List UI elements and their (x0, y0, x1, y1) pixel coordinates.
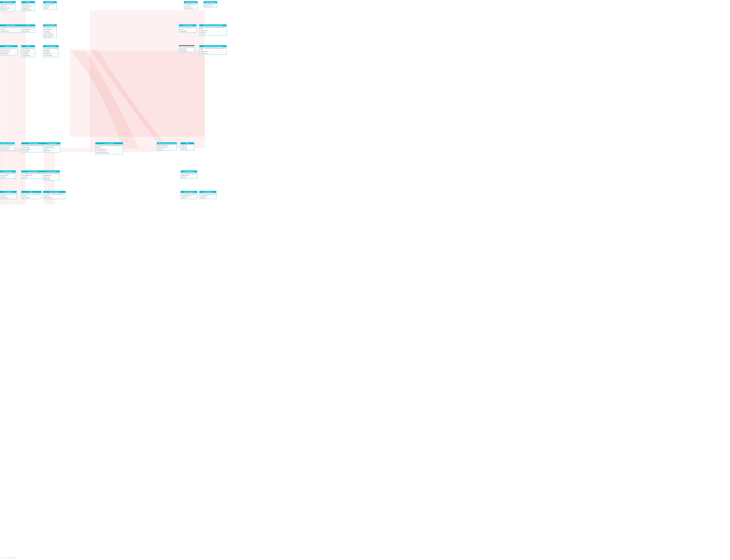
tdot-lane-header: MATA (21, 191, 41, 193)
toc-node: City of Memphis City of Memphis TOC Traf… (43, 24, 57, 38)
field-equip2-title: City of Memphis Field Equipment (182, 193, 197, 195)
freeway-title: City of Memphis Freeway Vehicles (44, 145, 60, 147)
health-emissions-node: Shelby and Shelby County Health Shelby a… (199, 45, 227, 55)
paratransit-header: MATA (21, 45, 35, 47)
paratransit-title: MATA Paratransit Vehicles (22, 48, 34, 49)
system-users-header: System Users (43, 1, 57, 3)
financial-service-body: Financial Service Provider Payment proce… (0, 144, 14, 150)
health-emissions-title: Shelby and Shelby County Health Integrat… (200, 48, 226, 51)
traffic-labels-node: City of Memphis City of Memphis Traffic … (0, 24, 22, 33)
tdot-lane-title: TDOT Tennessee Lane Assignment Sign (22, 193, 41, 195)
speed-limit-node: City of Memphis City of Memphis Speed Li… (199, 191, 216, 199)
health-county-node: Shelby and Shelby County Health Shelby a… (199, 24, 227, 36)
speed-limit-title: City of Memphis Speed Limit Sign (200, 193, 216, 195)
city-invoices-node: City of Memphis City of Memphis Invoices… (184, 1, 198, 9)
mata-trolleys-body: MATA Trolleys Trolley schedule info Pass… (21, 3, 35, 11)
traffic-signals-title: City of Memphis Traffic Signals (44, 48, 58, 49)
field-equipment-header: City of Memphis (181, 171, 197, 172)
1075-services-body: City of Memphis 1075 Services Service re… (0, 172, 16, 178)
ev-charging-node: City of Memphis City of Memphis Electric… (21, 142, 46, 152)
cameras-body: City of Memphis CCTV Cameras Video feeds… (0, 193, 16, 199)
multicounty-title: Multicounty Maintenance (158, 145, 176, 147)
private-travelers-title: Private Travelers Persona Devices (1, 48, 17, 49)
traffic-labels-title: City of Memphis Traffic Management Label… (1, 27, 21, 29)
city-invoices-title: City of Memphis Invoices (185, 4, 197, 5)
speed-monitoring-body: City of Memphis Speed Monitoring Equipme… (43, 193, 65, 199)
city-dba-body: City of Memphis DBA Database records (204, 3, 217, 7)
multicounty-body: Multicounty Maintenance Maintenance reco… (157, 144, 177, 150)
traffic-labels-header: City of Memphis (0, 25, 21, 26)
private-travelers-body: Private Travelers Persona Devices Person… (0, 47, 17, 55)
city-dba-node: City of Memphis City of Memphis DBA Data… (204, 1, 217, 8)
field-equipment-node: City of Memphis City of Memphis Field Eq… (181, 170, 197, 179)
field-equipment-title: City of Memphis Field Equipment (182, 173, 197, 175)
traffic-signals-header: City of Memphis (43, 45, 59, 47)
cameras-header: City of Memphis (0, 191, 16, 193)
1075-services-title: City of Memphis 1075 Services (1, 173, 15, 175)
financial-service-node: Fiscal/Local Institution Financial Servi… (0, 142, 15, 150)
city-dba-title: City of Memphis DBA (205, 4, 216, 5)
paratransit-body: MATA Paratransit Vehicles Paratransit ro… (21, 47, 35, 57)
private-travelers-node: System Users Private Travelers Persona D… (0, 45, 17, 55)
connected-vehicle-node: City of Memphis City of Memphis Connecte… (95, 142, 123, 154)
health-emissions-header: Shelby and Shelby County Health (200, 45, 227, 47)
speed-monitoring-header: City of Memphis (43, 191, 65, 193)
ev-hybrid-title: City of Memphis EV/Hybrid Vehicle (180, 27, 196, 29)
traffic-labels-body: City of Memphis Traffic Management Label… (0, 26, 21, 32)
toc-title: City of Memphis TOC (44, 27, 56, 29)
freeway-node: City of Memphis City of Memphis Freeway … (43, 142, 61, 152)
freeway-header: City of Memphis (43, 142, 60, 144)
city-invoices-body: City of Memphis Invoices Invoice data Pa… (184, 3, 198, 9)
cameras-title: City of Memphis CCTV Cameras (1, 193, 16, 195)
mata-field-sensors-node: City of Memphis City of Memphis Field Se… (0, 1, 16, 11)
city-invoices-header: City of Memphis (184, 1, 198, 3)
tdot-region-body: TDOT Region 4 TMC Memphis Regional data … (179, 46, 194, 52)
variable-lane-title: City of Memphis Variable Lane Assignment… (22, 173, 44, 175)
legend: Info · xxx, xxx, xxx · Manage (2, 557, 17, 558)
mata-field-sensors-header: City of Memphis (0, 1, 15, 3)
field-equipment-body: City of Memphis Field Equipment Equipmen… (181, 172, 197, 178)
field-equip2-body: City of Memphis Field Equipment Field eq… (181, 193, 197, 199)
traffic-signals-node: City of Memphis City of Memphis Traffic … (43, 45, 59, 57)
connected-vehicle-title: City of Memphis Connected Vehicle Roadsi… (96, 145, 122, 147)
city-dba-header: City of Memphis (204, 1, 217, 3)
ev-hybrid-body: City of Memphis EV/Hybrid Vehicle EV dat… (179, 26, 196, 32)
variable-lane-header: City of Memphis (21, 171, 45, 172)
tdot-client-node: State TDOT Client Client data State reco… (181, 142, 194, 150)
ev-hybrid-node: City of Memphis City of Memphis EV/Hybri… (179, 24, 197, 33)
financial-service-header: Fiscal/Local Institution (0, 142, 14, 144)
tdot-lane-node: MATA TDOT Tennessee Lane Assignment Sign… (21, 191, 41, 199)
variable-lane-body: City of Memphis Variable Lane Assignment… (21, 172, 45, 178)
road-scale-title: MATA Road Scale Vehicles (22, 27, 34, 29)
variable-lane-node: City of Memphis City of Memphis Variable… (21, 170, 45, 179)
connection-diagram (0, 0, 730, 560)
mata-trolleys-header: MATA (21, 1, 35, 3)
private-travelers-header: System Users (0, 45, 17, 47)
multicounty-header: Multicounty/County Coordinator (157, 142, 177, 144)
toc-header: City of Memphis (43, 25, 57, 26)
tdot-region-title: TDOT Region 4 TMC Memphis (180, 46, 194, 48)
mata-trolleys-node: MATA MATA Trolleys Trolley schedule info… (21, 1, 35, 11)
tdot-client-header: State (181, 142, 194, 144)
mata-field-sensors-title: City of Memphis Field Sensors (1, 4, 15, 5)
1075-services-node: City of Memphis City of Memphis 1075 Ser… (0, 170, 16, 179)
system-users-body: Public/Private Vehicles Vehicle data Rou… (43, 3, 57, 9)
system-users-node: System Users Public/Private Vehicles Veh… (43, 1, 57, 9)
lcs-streetlights-body: City of Memphis LCS Streetlights Streetl… (43, 172, 60, 180)
ev-charging-header: City of Memphis (21, 142, 45, 144)
health-emissions-body: Shelby and Shelby County Health Integrat… (200, 47, 227, 55)
field-equip2-header: City of Memphis (181, 191, 197, 193)
ev-charging-body: City of Memphis Electric Vehicle Chargin… (21, 144, 45, 152)
speed-monitoring-node: City of Memphis City of Memphis Speed Mo… (43, 191, 66, 199)
health-county-title: Shelby and Shelby County Health Integrat… (200, 27, 226, 30)
health-county-header: Shelby and Shelby County Health (200, 25, 227, 26)
road-scale-node: MATA MATA Road Scale Vehicles Vehicle we… (21, 24, 35, 33)
health-county-body: Shelby and Shelby County Health Integrat… (200, 26, 227, 36)
connected-vehicle-body: City of Memphis Connected Vehicle Roadsi… (96, 144, 123, 154)
toc-body: City of Memphis TOC Traffic operations C… (43, 26, 57, 38)
cameras-node: City of Memphis City of Memphis CCTV Cam… (0, 191, 17, 199)
tdot-client-body: TDOT Client Client data State records (181, 144, 194, 150)
financial-service-title: Financial Service Provider (1, 145, 14, 147)
tdot-region-node: TDOT Region 4 TMC Memphis Regional data … (179, 45, 195, 52)
lcs-streetlights-title: City of Memphis LCS Streetlights (44, 173, 59, 175)
